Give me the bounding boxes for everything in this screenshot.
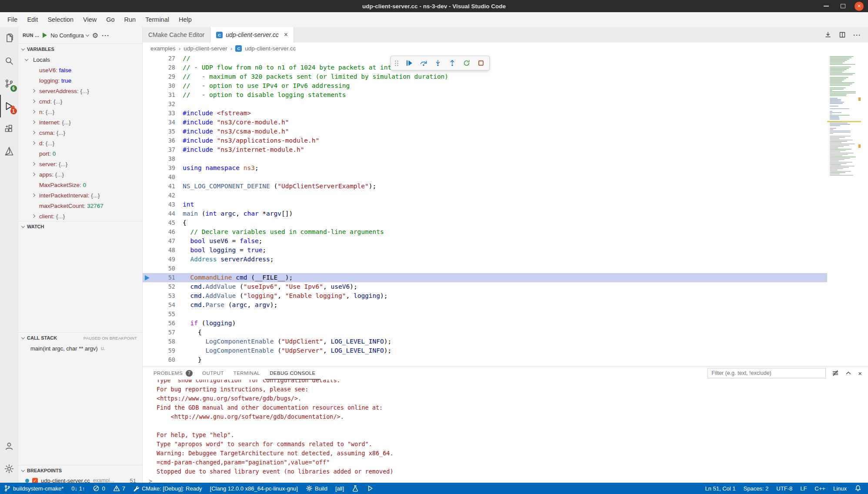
- code-editor[interactable]: 27//28// - UDP flow from n0 to n1 of 102…: [143, 54, 827, 366]
- close-panel-icon[interactable]: ×: [858, 370, 862, 377]
- activity-item-settings[interactable]: [0, 457, 18, 480]
- debug-restart-button[interactable]: [462, 59, 471, 67]
- debug-step-into-button[interactable]: [434, 59, 442, 67]
- debug-step-over-button[interactable]: [419, 59, 428, 67]
- status-cmake-status[interactable]: CMake: [Debug]: Ready: [129, 483, 206, 494]
- variable-row-internet[interactable]: internet: {...}: [18, 117, 142, 127]
- panel-tab-problems[interactable]: PROBLEMS7: [149, 367, 197, 380]
- watch-section-header[interactable]: WATCH: [18, 221, 142, 232]
- breadcrumb-item[interactable]: udp-client-server.cc: [245, 45, 296, 52]
- variable-row-port[interactable]: port: 0: [18, 148, 142, 159]
- variable-row-MaxPacketSize[interactable]: MaxPacketSize: 0: [18, 180, 142, 190]
- activity-item-run-and-debug[interactable]: 1: [0, 95, 18, 117]
- activity-item-source-control[interactable]: 6: [0, 72, 18, 95]
- variable-row-logging[interactable]: logging: true: [18, 75, 142, 86]
- close-button[interactable]: ×: [855, 2, 864, 11]
- activity-item-accounts[interactable]: [0, 435, 18, 457]
- variable-row-server[interactable]: server: {...}: [18, 159, 142, 169]
- activity-item-search[interactable]: [0, 50, 18, 72]
- status-cmake-launch[interactable]: [363, 483, 377, 494]
- menu-terminal[interactable]: Terminal: [140, 16, 174, 23]
- variable-row-n[interactable]: n: {...}: [18, 107, 142, 117]
- variable-row-interPacketInterval[interactable]: interPacketInterval: {...}: [18, 190, 142, 200]
- status-warnings[interactable]: 7: [109, 483, 129, 494]
- variable-row-serverAddress[interactable]: serverAddress: {...}: [18, 86, 142, 96]
- menu-selection[interactable]: Selection: [43, 16, 78, 23]
- status-git-branch[interactable]: buildsystem-cmake*: [0, 483, 67, 494]
- debug-settings-gear-icon[interactable]: ⚙: [92, 31, 98, 40]
- download-icon[interactable]: [825, 31, 831, 38]
- breakpoint-row[interactable]: ✓udp-client-server.ccexampl...51: [18, 476, 142, 483]
- debug-continue-button[interactable]: [405, 59, 414, 67]
- more-actions-icon[interactable]: ···: [102, 32, 110, 39]
- code-line: 48 bool logging = true;: [143, 246, 827, 255]
- call-stack-section-header[interactable]: CALL STACK PAUSED ON BREAKPOINT: [18, 333, 142, 343]
- menu-file[interactable]: File: [3, 16, 22, 23]
- variable-row-client[interactable]: client: {...}: [18, 211, 142, 221]
- paused-on-breakpoint-badge: PAUSED ON BREAKPOINT: [83, 336, 139, 340]
- variable-row-useV6[interactable]: useV6: false: [18, 65, 142, 75]
- menu-edit[interactable]: Edit: [22, 16, 43, 23]
- stack-frame-row[interactable]: main(int argc, char ** argv)u.: [18, 343, 142, 354]
- panel-tab-debug-console[interactable]: DEBUG CONSOLE: [265, 367, 320, 380]
- status-cmake-build[interactable]: Build: [302, 483, 331, 494]
- activity-item-explorer[interactable]: [0, 27, 18, 50]
- variables-scope-row[interactable]: Locals: [18, 54, 142, 65]
- status-eol[interactable]: LF: [796, 483, 811, 494]
- maximize-panel-icon[interactable]: [845, 370, 852, 377]
- overview-ruler-scrollbar[interactable]: [861, 54, 868, 366]
- debug-current-line-arrow-icon[interactable]: [145, 275, 150, 280]
- breadcrumb-item[interactable]: examples: [150, 45, 176, 52]
- debug-step-out-button[interactable]: [448, 59, 457, 67]
- console-filter-input[interactable]: [708, 368, 826, 378]
- variable-row-csma[interactable]: csma: {...}: [18, 127, 142, 138]
- menu-view[interactable]: View: [78, 16, 101, 23]
- start-debugging-icon[interactable]: [43, 33, 47, 38]
- breakpoint-checkbox[interactable]: ✓: [32, 478, 38, 483]
- debug-stop-button[interactable]: [477, 59, 485, 67]
- drag-handle-icon[interactable]: [395, 60, 398, 66]
- status-indentation[interactable]: Spaces: 2: [740, 483, 773, 494]
- panel-tab-output[interactable]: OUTPUT: [197, 367, 229, 380]
- restore-button[interactable]: [838, 1, 848, 11]
- variable-row-cmd[interactable]: cmd: {...}: [18, 96, 142, 107]
- activity-item-extensions[interactable]: [0, 117, 18, 140]
- status-cmake-target[interactable]: [all]: [331, 483, 348, 494]
- code-line: 55: [143, 310, 827, 319]
- clear-console-icon[interactable]: [832, 370, 839, 377]
- minimize-button[interactable]: [821, 1, 831, 11]
- panel-tab-terminal[interactable]: TERMINAL: [229, 367, 265, 380]
- menu-help[interactable]: Help: [174, 16, 197, 23]
- minimap[interactable]: [827, 54, 861, 366]
- console-input-prompt[interactable]: >: [149, 476, 868, 483]
- status-cursor-position[interactable]: Ln 51, Col 1: [701, 483, 739, 494]
- status-cmake-ctest[interactable]: [348, 483, 363, 494]
- status-notifications[interactable]: [851, 483, 865, 494]
- status-language-mode[interactable]: C++: [811, 483, 829, 494]
- console-line: For bug reporting instructions, please s…: [157, 385, 868, 394]
- status-os[interactable]: Linux: [829, 483, 851, 494]
- variable-row-maxPacketCount[interactable]: maxPacketCount: 32767: [18, 200, 142, 211]
- status-errors[interactable]: 0: [89, 483, 109, 494]
- status-cmake-kit[interactable]: [Clang 12.0.0 x86_64-pc-linux-gnu]: [206, 483, 302, 494]
- status-sync-changes[interactable]: 0↓ 1↑: [67, 483, 89, 494]
- menu-run[interactable]: Run: [120, 16, 141, 23]
- editor-more-actions-icon[interactable]: ···: [853, 31, 861, 39]
- debug-config-dropdown[interactable]: No Configura: [50, 32, 89, 39]
- split-editor-icon[interactable]: [839, 31, 846, 38]
- variable-row-d[interactable]: d: {...}: [18, 138, 142, 148]
- watch-section: WATCH: [18, 221, 142, 332]
- menu-go[interactable]: Go: [101, 16, 119, 23]
- close-icon[interactable]: ×: [284, 31, 288, 39]
- debug-console-output[interactable]: Type "show configuration" for configurat…: [143, 380, 868, 483]
- breakpoints-section-header[interactable]: BREAKPOINTS: [18, 465, 142, 476]
- tab-udp-client-server-cc[interactable]: Cudp-client-server.cc×: [210, 27, 294, 43]
- variables-section-header[interactable]: VARIABLES: [18, 44, 142, 54]
- status-encoding[interactable]: UTF-8: [772, 483, 796, 494]
- breadcrumb-item[interactable]: udp-client-server: [184, 45, 227, 52]
- variable-row-apps[interactable]: apps: {...}: [18, 169, 142, 180]
- variable-value: {...}: [80, 88, 89, 94]
- gutter: 48: [143, 246, 175, 255]
- tab-cmake-cache-editor[interactable]: CMake Cache Editor: [143, 27, 210, 43]
- activity-item-cmake[interactable]: [0, 140, 18, 163]
